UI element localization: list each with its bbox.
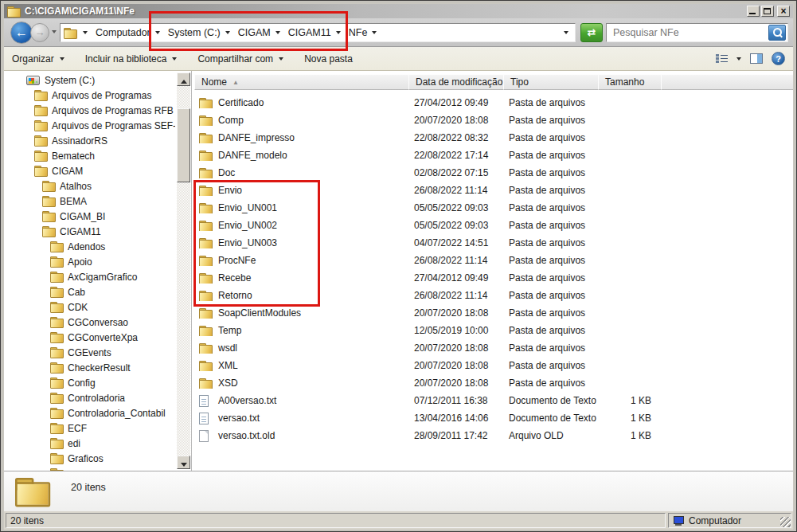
- tree-item-adendos[interactable]: Adendos: [4, 239, 175, 254]
- tree-item-config[interactable]: Config: [4, 375, 175, 390]
- views-dropdown-icon[interactable]: [736, 57, 741, 61]
- close-button[interactable]: ×: [777, 6, 790, 17]
- breadcrumb-item-computador[interactable]: Computador: [96, 27, 150, 38]
- breadcrumb-chevron-icon[interactable]: [336, 31, 341, 34]
- tree-item-cgconversao[interactable]: CGConversao: [4, 315, 175, 330]
- tree-item-ecf[interactable]: ECF: [4, 421, 175, 436]
- breadcrumb-chevron-icon[interactable]: [275, 31, 280, 34]
- file-name-cell: ProcNFe: [194, 255, 409, 266]
- maximize-icon: [764, 8, 771, 14]
- breadcrumb-item-cigam[interactable]: CIGAM: [238, 27, 271, 38]
- breadcrumb-chevron-icon[interactable]: [155, 31, 160, 34]
- tree-scrollbar-track[interactable]: [177, 72, 190, 469]
- file-icon-wrap: [199, 168, 213, 178]
- tree-item-arquivos-de-programas-sef-mg[interactable]: Arquivos de Programas SEF-MG: [4, 118, 175, 133]
- tree-item-system-c[interactable]: System (C:): [4, 72, 175, 88]
- breadcrumb-chevron-icon[interactable]: [225, 31, 230, 34]
- file-row-versao-txt[interactable]: versao.txt13/04/2016 14:06Documento de T…: [194, 409, 793, 427]
- file-row-envio-un003[interactable]: Envio_UN00304/07/2022 14:51Pasta de arqu…: [194, 234, 793, 252]
- scrollbar-thumb[interactable]: [177, 108, 190, 182]
- toolbar-button-incluir-na-biblioteca[interactable]: Incluir na biblioteca: [85, 53, 178, 65]
- search-button[interactable]: [768, 25, 786, 41]
- file-row-retorno[interactable]: Retorno26/08/2022 11:14Pasta de arquivos: [194, 287, 793, 304]
- breadcrumb-dropdown-icon[interactable]: [83, 31, 88, 34]
- column-header-tipo[interactable]: Tipo: [503, 74, 599, 90]
- file-row-wsdl[interactable]: wsdl20/07/2020 18:08Pasta de arquivos: [194, 339, 793, 357]
- file-row-soapclientmodules[interactable]: SoapClientModules20/07/2020 18:08Pasta d…: [194, 304, 793, 322]
- file-row-procnfe[interactable]: ProcNFe26/08/2022 11:14Pasta de arquivos: [194, 252, 793, 269]
- resize-grip-icon[interactable]: [780, 517, 791, 527]
- help-icon[interactable]: [772, 52, 785, 65]
- file-row-xsd[interactable]: XSD20/07/2020 18:08Pasta de arquivos: [194, 374, 793, 392]
- tree-item-atalhos[interactable]: Atalhos: [4, 178, 175, 194]
- scroll-down-button[interactable]: [177, 456, 190, 469]
- tree-item-label: CDK: [68, 302, 88, 313]
- refresh-button[interactable]: ⇄: [580, 23, 603, 42]
- file-row-envio[interactable]: Envio26/08/2022 11:14Pasta de arquivos: [194, 182, 793, 199]
- tree-item-bema[interactable]: BEMA: [4, 194, 175, 209]
- file-row-certificado[interactable]: Certificado27/04/2012 09:49Pasta de arqu…: [194, 94, 793, 111]
- toolbar-button-nova-pasta[interactable]: Nova pasta: [304, 53, 353, 65]
- column-header-data-de-modifica-o[interactable]: Data de modificação: [408, 74, 504, 90]
- file-row-doc[interactable]: Doc02/08/2022 07:15Pasta de arquivos: [194, 164, 793, 182]
- search-input[interactable]: [611, 26, 768, 39]
- title-bar[interactable]: C:\CIGAM\CIGAM11\NFe ×: [4, 4, 793, 18]
- breadcrumb-item-system-c[interactable]: System (C:): [168, 27, 221, 38]
- breadcrumb-item-nfe[interactable]: NFe: [349, 27, 368, 38]
- file-row-comp[interactable]: Comp20/07/2020 18:08Pasta de arquivos: [194, 111, 793, 129]
- file-row-envio-un002[interactable]: Envio_UN00205/05/2022 09:03Pasta de arqu…: [194, 217, 793, 234]
- folder-icon: [50, 408, 63, 418]
- file-row-recebe[interactable]: Recebe27/04/2012 09:49Pasta de arquivos: [194, 269, 793, 287]
- back-button[interactable]: ←: [10, 22, 33, 44]
- folder-icon: [199, 115, 212, 126]
- file-row-temp[interactable]: Temp12/05/2019 10:00Pasta de arquivos: [194, 322, 793, 339]
- tree-item-arquivos-de-programas-rfb[interactable]: Arquivos de Programas RFB: [4, 103, 175, 118]
- file-name-cell: SoapClientModules: [194, 307, 409, 319]
- tree-item-cigam[interactable]: CIGAM: [4, 163, 175, 178]
- tree-item-controladoria[interactable]: Controladoria: [4, 390, 175, 405]
- breadcrumb-chevron-icon[interactable]: [372, 31, 377, 34]
- breadcrumb-item-cigam11[interactable]: CIGAM11: [288, 27, 331, 38]
- file-date-cell: 13/04/2016 14:06: [409, 413, 505, 424]
- tree-item-arquivos-de-programas[interactable]: Arquivos de Programas: [4, 88, 175, 103]
- file-date-cell: 26/08/2022 11:14: [409, 185, 505, 196]
- tree-item-apoio[interactable]: Apoio: [4, 254, 175, 269]
- folder-icon: [199, 273, 212, 284]
- tree-item-cab[interactable]: Cab: [4, 284, 175, 299]
- history-dropdown-icon[interactable]: [52, 30, 57, 33]
- tree-item-checkerresult[interactable]: CheckerResult: [4, 360, 175, 375]
- tree-item-cigam11[interactable]: CIGAM11: [4, 224, 175, 239]
- column-header-tamanho[interactable]: Tamanho: [598, 74, 662, 90]
- column-header-nome[interactable]: Nome▲: [194, 74, 409, 90]
- tree-item-axcigamgrafico[interactable]: AxCigamGrafico: [4, 269, 175, 284]
- tree-item-cgconvertexpa[interactable]: CGConverteXpa: [4, 330, 175, 345]
- file-row-xml[interactable]: XML20/07/2020 18:08Pasta de arquivos: [194, 357, 793, 374]
- file-row-danfe-impresso[interactable]: DANFE_impresso22/08/2022 08:32Pasta de a…: [194, 129, 793, 147]
- scroll-up-button[interactable]: [177, 72, 190, 86]
- tree-item-assinadorrs[interactable]: AssinadorRS: [4, 133, 175, 148]
- file-size-cell: 1 KB: [600, 430, 664, 441]
- file-row-envio-un001[interactable]: Envio_UN00105/05/2022 09:03Pasta de arqu…: [194, 199, 793, 217]
- address-dropdown-icon[interactable]: [564, 31, 568, 34]
- views-icon[interactable]: [716, 53, 728, 64]
- tree-item-bematech[interactable]: Bematech: [4, 148, 175, 163]
- file-row-a00versao-txt[interactable]: A00versao.txt07/12/2011 16:38Documento d…: [194, 392, 793, 409]
- tree-item-edi[interactable]: edi: [4, 436, 175, 451]
- tree-item-controladoria-contabil[interactable]: Controladoria_Contabil: [4, 405, 175, 421]
- file-name-label: Envio_UN002: [218, 220, 277, 231]
- preview-pane-icon[interactable]: [750, 53, 763, 64]
- minimize-button[interactable]: [747, 6, 760, 17]
- forward-button[interactable]: →: [30, 23, 49, 42]
- tree-item-graficos[interactable]: Graficos: [4, 451, 175, 466]
- file-row-danfe-modelo[interactable]: DANFE_modelo22/08/2022 17:14Pasta de arq…: [194, 147, 793, 164]
- tree-item-cigam-bi[interactable]: CIGAM_BI: [4, 209, 175, 224]
- tree-item-cdk[interactable]: CDK: [4, 299, 175, 315]
- maximize-button[interactable]: [761, 6, 774, 17]
- file-row-versao-txt-old[interactable]: versao.txt.old28/09/2011 17:42Arquivo OL…: [194, 427, 793, 444]
- file-type-cell: Pasta de arquivos: [505, 97, 600, 108]
- toolbar-button-organizar[interactable]: Organizar: [12, 53, 64, 65]
- toolbar-button-compartilhar-com[interactable]: Compartilhar com: [197, 53, 283, 65]
- tree-item-cgevents[interactable]: CGEvents: [4, 345, 175, 360]
- breadcrumb[interactable]: ComputadorSystem (C:)CIGAMCIGAM11NFe: [60, 23, 576, 42]
- folder-icon: [34, 151, 47, 161]
